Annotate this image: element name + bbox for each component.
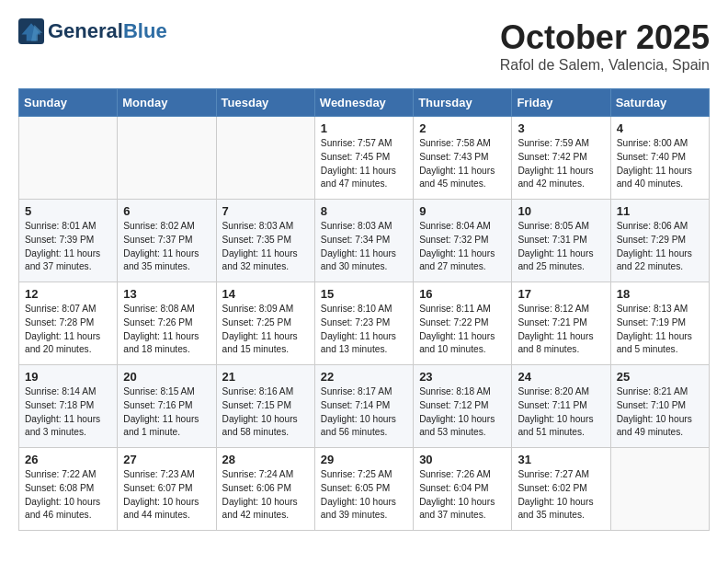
- cell-content: and 5 minutes.: [617, 343, 703, 357]
- cell-content: Sunrise: 8:11 AM: [419, 303, 506, 316]
- day-number: 18: [617, 287, 703, 301]
- calendar-cell: 12Sunrise: 8:07 AMSunset: 7:28 PMDayligh…: [19, 282, 118, 365]
- cell-content: and 30 minutes.: [321, 260, 407, 274]
- cell-content: Sunset: 7:19 PM: [617, 316, 703, 330]
- day-number: 22: [321, 370, 407, 384]
- calendar-cell: [19, 117, 118, 200]
- cell-content: Daylight: 11 hours: [518, 247, 604, 261]
- calendar-cell: 15Sunrise: 8:10 AMSunset: 7:23 PMDayligh…: [314, 282, 413, 365]
- day-number: 1: [321, 121, 407, 135]
- location-subtitle: Rafol de Salem, Valencia, Spain: [500, 57, 710, 74]
- calendar-cell: 27Sunrise: 7:23 AMSunset: 6:07 PMDayligh…: [118, 448, 216, 531]
- cell-content: Sunrise: 8:03 AM: [222, 220, 309, 234]
- cell-content: and 56 minutes.: [321, 426, 407, 440]
- cell-content: Daylight: 11 hours: [617, 165, 703, 178]
- cell-content: Sunset: 7:35 PM: [222, 234, 309, 247]
- cell-content: Daylight: 11 hours: [518, 330, 604, 344]
- cell-content: Sunset: 7:31 PM: [518, 234, 604, 247]
- cell-content: Daylight: 10 hours: [518, 496, 604, 510]
- cell-content: Sunrise: 8:13 AM: [617, 303, 703, 316]
- cell-content: Sunrise: 8:05 AM: [518, 220, 604, 234]
- cell-content: and 1 minute.: [123, 426, 210, 440]
- cell-content: Sunset: 6:02 PM: [518, 482, 604, 496]
- calendar-cell: 14Sunrise: 8:09 AMSunset: 7:25 PMDayligh…: [216, 282, 314, 365]
- cell-content: and 32 minutes.: [222, 260, 309, 274]
- cell-content: Daylight: 11 hours: [617, 330, 703, 344]
- cell-content: Daylight: 11 hours: [25, 413, 111, 427]
- cell-content: Daylight: 11 hours: [321, 165, 407, 178]
- cell-content: and 18 minutes.: [123, 343, 210, 357]
- cell-content: Sunset: 7:43 PM: [419, 151, 506, 165]
- cell-content: Sunrise: 7:58 AM: [419, 137, 506, 151]
- day-number: 7: [222, 204, 309, 218]
- cell-content: Sunset: 7:42 PM: [518, 151, 604, 165]
- weekday-header-wednesday: Wednesday: [314, 89, 413, 117]
- cell-content: Sunset: 7:12 PM: [419, 399, 506, 413]
- cell-content: and 27 minutes.: [419, 260, 506, 274]
- calendar-cell: 19Sunrise: 8:14 AMSunset: 7:18 PMDayligh…: [19, 365, 118, 448]
- weekday-header-friday: Friday: [512, 89, 610, 117]
- calendar-cell: 11Sunrise: 8:06 AMSunset: 7:29 PMDayligh…: [610, 200, 709, 282]
- cell-content: Daylight: 11 hours: [419, 330, 506, 344]
- cell-content: Daylight: 10 hours: [123, 496, 210, 510]
- cell-content: Sunset: 6:04 PM: [419, 482, 506, 496]
- day-number: 20: [123, 370, 210, 384]
- cell-content: and 45 minutes.: [419, 178, 506, 191]
- cell-content: Daylight: 11 hours: [419, 247, 506, 261]
- calendar-cell: 17Sunrise: 8:12 AMSunset: 7:21 PMDayligh…: [512, 282, 610, 365]
- cell-content: and 35 minutes.: [123, 260, 210, 274]
- cell-content: and 58 minutes.: [222, 426, 309, 440]
- cell-content: and 10 minutes.: [419, 343, 506, 357]
- cell-content: Sunset: 7:16 PM: [123, 399, 210, 413]
- day-number: 4: [617, 121, 703, 135]
- calendar-week-row: 12Sunrise: 8:07 AMSunset: 7:28 PMDayligh…: [19, 282, 710, 365]
- cell-content: Sunrise: 7:24 AM: [222, 468, 309, 482]
- cell-content: Sunrise: 8:04 AM: [419, 220, 506, 234]
- day-number: 19: [25, 370, 111, 384]
- cell-content: and 37 minutes.: [419, 509, 506, 523]
- calendar-cell: 4Sunrise: 8:00 AMSunset: 7:40 PMDaylight…: [610, 117, 709, 200]
- cell-content: and 15 minutes.: [222, 343, 309, 357]
- title-block: October 2025 Rafol de Salem, Valencia, S…: [500, 18, 710, 74]
- day-number: 9: [419, 204, 506, 218]
- cell-content: and 42 minutes.: [518, 178, 604, 191]
- cell-content: Daylight: 10 hours: [518, 413, 604, 427]
- cell-content: Sunset: 6:05 PM: [321, 482, 407, 496]
- calendar-cell: 2Sunrise: 7:58 AMSunset: 7:43 PMDaylight…: [414, 117, 512, 200]
- day-number: 26: [25, 453, 111, 466]
- calendar-cell: 29Sunrise: 7:25 AMSunset: 6:05 PMDayligh…: [314, 448, 413, 531]
- cell-content: Sunset: 7:45 PM: [321, 151, 407, 165]
- day-number: 29: [321, 453, 407, 466]
- calendar-cell: [610, 448, 709, 531]
- day-number: 6: [123, 204, 210, 218]
- cell-content: and 46 minutes.: [25, 509, 111, 523]
- day-number: 3: [518, 121, 604, 135]
- cell-content: Daylight: 11 hours: [123, 413, 210, 427]
- calendar-cell: 26Sunrise: 7:22 AMSunset: 6:08 PMDayligh…: [19, 448, 118, 531]
- cell-content: Sunrise: 8:06 AM: [617, 220, 703, 234]
- cell-content: Sunrise: 8:21 AM: [617, 385, 703, 399]
- day-number: 14: [222, 287, 309, 301]
- cell-content: Sunset: 7:25 PM: [222, 316, 309, 330]
- cell-content: Sunrise: 7:25 AM: [321, 468, 407, 482]
- cell-content: Daylight: 11 hours: [25, 330, 111, 344]
- calendar-cell: 7Sunrise: 8:03 AMSunset: 7:35 PMDaylight…: [216, 200, 314, 282]
- calendar-cell: 9Sunrise: 8:04 AMSunset: 7:32 PMDaylight…: [414, 200, 512, 282]
- cell-content: Sunrise: 7:59 AM: [518, 137, 604, 151]
- cell-content: Daylight: 11 hours: [25, 247, 111, 261]
- cell-content: and 35 minutes.: [518, 509, 604, 523]
- cell-content: and 22 minutes.: [617, 260, 703, 274]
- calendar-cell: 6Sunrise: 8:02 AMSunset: 7:37 PMDaylight…: [118, 200, 216, 282]
- calendar-cell: 23Sunrise: 8:18 AMSunset: 7:12 PMDayligh…: [414, 365, 512, 448]
- cell-content: Daylight: 10 hours: [222, 413, 309, 427]
- day-number: 5: [25, 204, 111, 218]
- cell-content: Sunrise: 8:02 AM: [123, 220, 210, 234]
- cell-content: Sunrise: 7:22 AM: [25, 468, 111, 482]
- cell-content: Sunset: 6:08 PM: [25, 482, 111, 496]
- cell-content: Sunset: 7:15 PM: [222, 399, 309, 413]
- cell-content: and 44 minutes.: [123, 509, 210, 523]
- weekday-header-monday: Monday: [118, 89, 216, 117]
- cell-content: Sunset: 7:39 PM: [25, 234, 111, 247]
- calendar-cell: 22Sunrise: 8:17 AMSunset: 7:14 PMDayligh…: [314, 365, 413, 448]
- day-number: 31: [518, 453, 604, 466]
